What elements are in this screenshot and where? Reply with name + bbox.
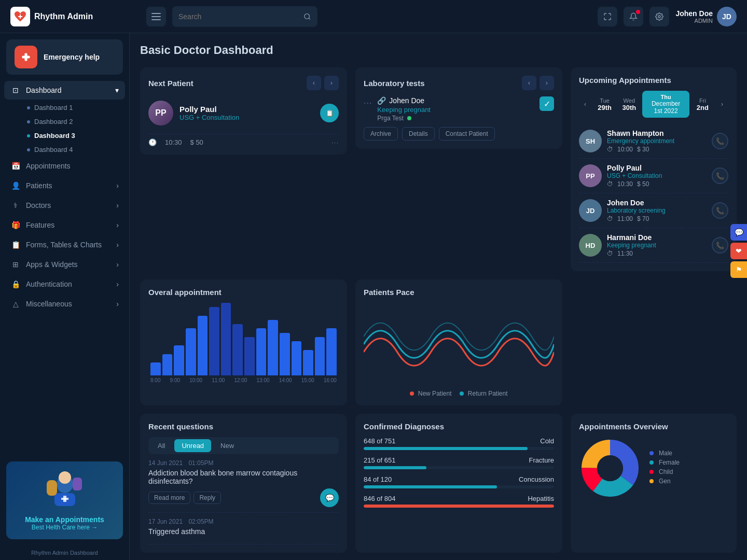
bar-6 xyxy=(221,303,231,375)
notification-badge xyxy=(636,10,640,14)
cal-day-num-thu: December 1st 2022 xyxy=(647,100,684,115)
sub-dot-1 xyxy=(27,106,30,109)
search-bar[interactable] xyxy=(172,6,317,27)
tab-new[interactable]: New xyxy=(213,439,241,452)
cal-prev[interactable]: ‹ xyxy=(579,98,591,110)
appt-call-3[interactable]: 📞 xyxy=(712,237,728,254)
sidebar-sub-item-dashboard1[interactable]: Dashboard 1 xyxy=(21,101,125,115)
bar-4 xyxy=(198,316,208,375)
cal-day-tue[interactable]: Tue 29th xyxy=(593,94,616,115)
legend-new-patient: New Patient xyxy=(410,390,451,397)
next-patient-next[interactable]: › xyxy=(324,76,339,90)
diag-label-3: Hepatitis xyxy=(528,495,554,502)
emergency-icon xyxy=(15,46,37,68)
diag-label-1: Fracture xyxy=(529,456,554,464)
diag-count-2: 84 of 120 xyxy=(364,475,392,483)
promo-link[interactable]: Best Helth Care here → xyxy=(15,524,115,531)
svg-point-21 xyxy=(597,455,623,481)
q-text-0: Addiction blood bank bone marrow contagi… xyxy=(148,469,339,485)
sidebar-item-doctors[interactable]: ⚕ Doctors › xyxy=(4,196,125,215)
sidebar-sub-item-dashboard3[interactable]: Dashboard 3 xyxy=(21,129,125,143)
promo-title: Make an Appointments xyxy=(15,515,115,524)
read-more-button[interactable]: Read more xyxy=(148,492,190,504)
appt-price-1: $ 50 xyxy=(637,180,649,188)
sidebar-item-appointments[interactable]: 📅 Appointments xyxy=(4,157,125,175)
archive-button[interactable]: Archive xyxy=(364,127,398,141)
floating-pill-chat[interactable]: 💬 xyxy=(730,224,747,241)
cal-next[interactable]: › xyxy=(716,98,728,110)
sidebar-item-features[interactable]: 🎁 Features › xyxy=(4,216,125,234)
sidebar-item-auth[interactable]: 🔒 Authentication › xyxy=(4,275,125,293)
bar-2 xyxy=(174,345,184,375)
legend-dot-gen xyxy=(649,479,654,483)
contact-patient-button[interactable]: Contact Patient xyxy=(439,127,495,141)
main-content: Basic Doctor Dashboard Next Patient ‹ › … xyxy=(130,33,747,560)
appt-call-2[interactable]: 📞 xyxy=(712,202,728,219)
appt-info-2: Johen Doe Laboratory screening ⏱ 11:00 $… xyxy=(607,199,666,222)
diag-bar-2 xyxy=(364,485,554,488)
dashboard2-label: Dashboard 2 xyxy=(34,118,73,125)
features-icon: 🎁 xyxy=(10,221,21,229)
question-item-0: 14 Jun 2021 01:05PM Addiction blood bank… xyxy=(148,454,339,513)
confirmed-diagnoses-card: Confirmed Diagnoses 648 of 751 Cold 215 … xyxy=(355,414,562,553)
diag-header-0: 648 of 751 Cold xyxy=(364,437,554,445)
reply-button[interactable]: Reply xyxy=(193,492,221,504)
page-title: Basic Doctor Dashboard xyxy=(140,44,737,57)
settings-button[interactable] xyxy=(649,7,669,26)
appt-info-1: Polly Paul USG + Consultation ⏱ 10:30 $ … xyxy=(607,164,662,188)
appt-time-0: 10:00 xyxy=(617,146,633,153)
cal-day-fri[interactable]: Fri 2nd xyxy=(691,94,714,115)
overview-content: Male Female Child Gen xyxy=(579,437,728,499)
features-label: Features xyxy=(26,221,54,229)
svg-rect-3 xyxy=(151,16,161,17)
lab-actions: Archive Details Contact Patient xyxy=(364,127,554,141)
lab-tests-next[interactable]: › xyxy=(540,76,554,90)
layout: Emergency help ⊡ Dashboard ▾ Dashboard 1… xyxy=(0,33,747,560)
details-button[interactable]: Details xyxy=(402,127,435,141)
floating-pill-flag[interactable]: ⚑ xyxy=(730,261,747,278)
appt-calendar: ‹ Tue 29th Wed 30th Thu December 1st 202… xyxy=(579,91,728,118)
appt-meta-2: ⏱ 11:00 $ 70 xyxy=(607,215,666,222)
search-input[interactable] xyxy=(178,12,299,21)
sidebar-sub-item-dashboard2[interactable]: Dashboard 2 xyxy=(21,115,125,129)
cal-day-wed[interactable]: Wed 30th xyxy=(618,94,640,115)
cal-day-thu[interactable]: Thu December 1st 2022 xyxy=(642,91,689,118)
bar-5 xyxy=(209,307,219,375)
tab-unread[interactable]: Unread xyxy=(174,439,211,452)
sidebar-item-forms[interactable]: 📋 Forms, Tables & Charts › xyxy=(4,235,125,254)
floating-pill-heart[interactable]: ❤ xyxy=(730,243,747,259)
next-patient-header: Next Patient ‹ › xyxy=(148,76,339,90)
diag-count-0: 648 of 751 xyxy=(364,437,395,445)
diag-header-2: 84 of 120 Concussion xyxy=(364,475,554,483)
sidebar-item-misc[interactable]: △ Miscellaneous › xyxy=(4,295,125,313)
user-text: Johen Doe ADMIN xyxy=(675,9,713,24)
more-options-icon[interactable]: ··· xyxy=(331,138,339,146)
hamburger-button[interactable] xyxy=(146,7,166,26)
lab-tests-prev[interactable]: ‹ xyxy=(522,76,536,90)
lab-more-icon[interactable]: ··· xyxy=(364,99,372,108)
next-patient-prev[interactable]: ‹ xyxy=(307,76,321,90)
upcoming-appointments-card: Upcoming Appointments ‹ Tue 29th Wed 30t… xyxy=(571,67,737,271)
patient-status-icon: 📋 xyxy=(320,104,339,122)
sidebar-nav-section: 📅 Appointments 👤 Patients › ⚕ Doctors › xyxy=(0,157,129,314)
patient-info: Polly Paul USG + Consultation xyxy=(179,105,239,121)
diag-bar-1 xyxy=(364,466,554,469)
sidebar-item-apps[interactable]: ⊞ Apps & Widgets › xyxy=(4,255,125,274)
legend-female: Female xyxy=(649,459,728,466)
fullscreen-button[interactable] xyxy=(598,7,617,26)
dashboard3-label: Dashboard 3 xyxy=(34,132,75,139)
sidebar-item-patients[interactable]: 👤 Patients › xyxy=(4,176,125,195)
appt-time-3: 11:30 xyxy=(617,250,633,257)
emergency-button[interactable]: Emergency help xyxy=(6,39,123,75)
chevron-right-icon: › xyxy=(116,181,119,190)
search-icon xyxy=(303,12,311,21)
sidebar-item-dashboard[interactable]: ⊡ Dashboard ▾ xyxy=(4,81,125,100)
appt-call-1[interactable]: 📞 xyxy=(712,167,728,184)
chevron-down-icon: ▾ xyxy=(115,86,119,94)
tab-all[interactable]: All xyxy=(150,439,172,452)
sidebar-sub-item-dashboard4[interactable]: Dashboard 4 xyxy=(21,143,125,157)
legend-return-patient: Return Patient xyxy=(460,390,507,397)
appt-call-0[interactable]: 📞 xyxy=(712,133,728,149)
appt-avatar-2: JD xyxy=(579,199,602,222)
notification-button[interactable] xyxy=(624,7,643,26)
